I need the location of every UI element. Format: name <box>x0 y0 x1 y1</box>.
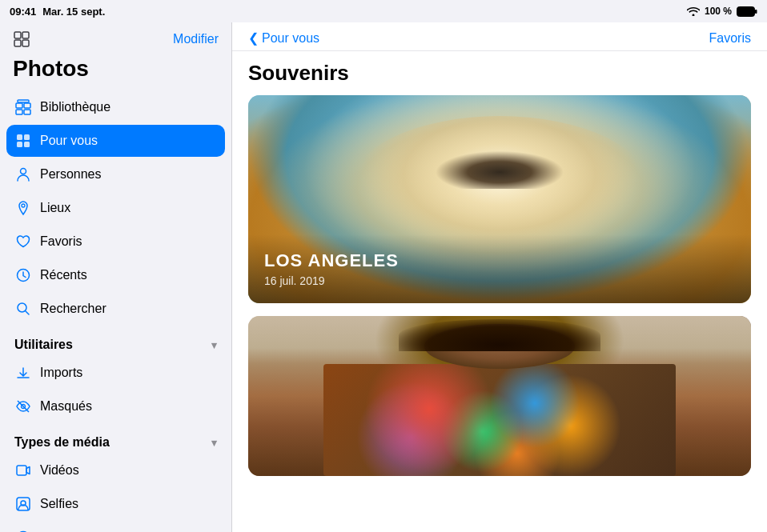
memory-location-1: LOS ANGELES <box>264 250 735 271</box>
sidebar-item-label: Lieux <box>40 201 217 215</box>
sidebar-item-favoris[interactable]: Favoris <box>6 226 225 258</box>
svg-rect-2 <box>14 32 21 38</box>
sidebar: Modifier Photos Bibliothèque <box>0 22 232 532</box>
svg-rect-9 <box>24 110 30 114</box>
utilitaires-section-header[interactable]: Utilitaires ▾ <box>6 326 225 357</box>
selfie-icon <box>14 495 32 513</box>
svg-point-16 <box>22 204 25 207</box>
people-icon <box>14 166 32 183</box>
live-icon <box>14 529 32 532</box>
svg-rect-12 <box>24 134 30 140</box>
memory-card-2[interactable] <box>248 316 751 476</box>
sidebar-nav: Bibliothèque Pour vous <box>0 91 231 532</box>
chevron-down-icon: ▾ <box>211 437 217 449</box>
sidebar-item-label: Bibliothèque <box>40 100 217 114</box>
chevron-left-icon: ❮ <box>248 30 259 46</box>
status-date: Mar. 15 sept. <box>42 6 105 18</box>
sidebar-title: Photos <box>0 53 231 91</box>
video-icon <box>14 462 32 479</box>
content-nav: ❮ Pour vous Favoris <box>232 22 767 51</box>
svg-rect-10 <box>18 100 29 102</box>
dog-face-dark <box>424 147 575 189</box>
svg-rect-3 <box>22 32 29 38</box>
modify-button[interactable]: Modifier <box>173 32 219 46</box>
sidebar-item-videos[interactable]: Vidéos <box>6 454 225 486</box>
svg-rect-21 <box>17 466 26 475</box>
sidebar-item-label: Vidéos <box>40 463 217 478</box>
sidebar-item-imports[interactable]: Imports <box>6 357 225 389</box>
person-photo <box>248 316 751 476</box>
library-icon <box>14 98 32 116</box>
memory-overlay-1: LOS ANGELES 16 juil. 2019 <box>248 234 751 303</box>
svg-rect-13 <box>17 142 22 147</box>
sidebar-item-label: Rechercher <box>40 302 217 316</box>
status-left: 09:41 Mar. 15 sept. <box>10 6 105 18</box>
svg-rect-6 <box>16 103 22 108</box>
sidebar-item-live-photos[interactable]: Live Photos <box>6 522 225 532</box>
svg-rect-5 <box>22 40 29 46</box>
clock-icon <box>14 266 32 284</box>
svg-rect-4 <box>14 40 21 46</box>
types-media-label: Types de média <box>14 435 110 450</box>
jacket-colors <box>323 364 676 476</box>
search-icon <box>14 300 32 318</box>
places-icon <box>14 199 32 217</box>
svg-point-18 <box>18 303 26 312</box>
svg-rect-8 <box>16 110 22 114</box>
svg-rect-14 <box>24 142 30 147</box>
sidebar-item-recents[interactable]: Récents <box>6 259 225 291</box>
sidebar-item-label: Selfies <box>40 497 217 511</box>
heart-icon <box>14 233 32 250</box>
sidebar-item-rechercher[interactable]: Rechercher <box>6 293 225 325</box>
sidebar-header: Modifier <box>0 22 231 53</box>
sidebar-item-lieux[interactable]: Lieux <box>6 192 225 224</box>
favorites-button[interactable]: Favoris <box>709 31 751 46</box>
svg-rect-1 <box>755 10 757 14</box>
chevron-down-icon: ▾ <box>211 339 217 351</box>
sidebar-item-masques[interactable]: Masqués <box>6 390 225 422</box>
memory-card-1[interactable]: LOS ANGELES 16 juil. 2019 <box>248 95 751 303</box>
eye-icon <box>14 398 32 415</box>
sidebar-item-label: Imports <box>40 366 217 380</box>
back-label: Pour vous <box>262 31 319 46</box>
content-title: Souvenirs <box>232 51 767 95</box>
sidebar-item-label: Récents <box>40 268 217 282</box>
sidebar-item-pour-vous[interactable]: Pour vous <box>6 125 225 157</box>
svg-rect-7 <box>24 103 30 108</box>
sidebar-item-selfies[interactable]: Selfies <box>6 488 225 520</box>
status-bar: 09:41 Mar. 15 sept. 100 % <box>0 0 767 22</box>
sidebar-item-label: Personnes <box>40 167 217 182</box>
battery-text: 100 % <box>705 6 732 17</box>
svg-rect-11 <box>17 134 22 140</box>
import-icon <box>14 364 32 382</box>
status-right: 100 % <box>687 6 757 17</box>
content-area: ❮ Pour vous Favoris Souvenirs LOS ANGELE… <box>232 22 767 532</box>
status-time: 09:41 <box>10 6 36 18</box>
back-button[interactable]: ❮ Pour vous <box>248 30 319 46</box>
person-hair <box>399 319 600 351</box>
sidebar-item-label: Pour vous <box>40 134 217 148</box>
sidebar-item-personnes[interactable]: Personnes <box>6 158 225 190</box>
sidebar-grid-icon <box>13 30 30 48</box>
content-scroll[interactable]: LOS ANGELES 16 juil. 2019 <box>232 95 767 532</box>
pour-vous-icon <box>14 132 32 150</box>
battery-icon <box>737 6 757 17</box>
sidebar-item-bibliotheque[interactable]: Bibliothèque <box>6 91 225 123</box>
wifi-icon <box>687 6 700 16</box>
svg-rect-0 <box>737 6 755 16</box>
sidebar-item-label: Favoris <box>40 234 217 249</box>
types-media-section-header[interactable]: Types de média ▾ <box>6 424 225 454</box>
memory-date-1: 16 juil. 2019 <box>264 274 735 287</box>
svg-point-15 <box>21 169 26 174</box>
sidebar-item-label: Masqués <box>40 399 217 414</box>
utilitaires-label: Utilitaires <box>14 338 73 352</box>
main-container: Modifier Photos Bibliothèque <box>0 22 767 532</box>
